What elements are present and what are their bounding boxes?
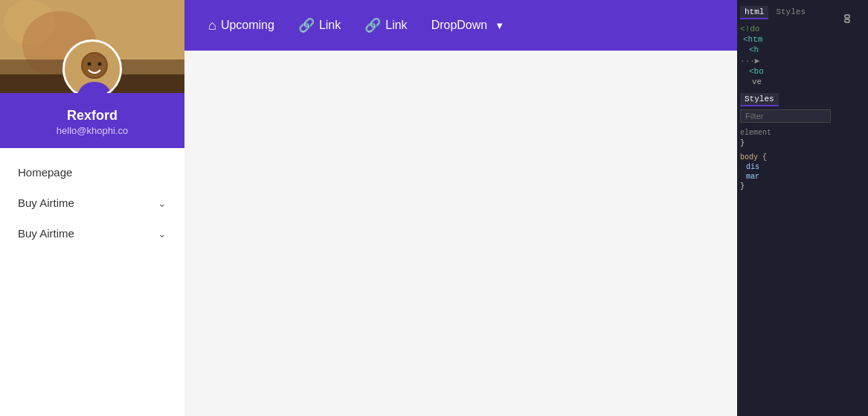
svg-rect-12 — [845, 19, 849, 22]
navbar-item-link1[interactable]: 🔗 Link — [289, 13, 350, 38]
devtools-expanded: html Styles <!do <htm <h ···▶ <bo ve Sty… — [737, 0, 834, 416]
sidebar-nav-buy-airtime-2-left: Buy Airtime — [18, 227, 74, 240]
svg-point-9 — [88, 63, 91, 66]
chain-icon-1: 🔗 — [298, 17, 315, 33]
sidebar-user-panel: Rexford hello@khophi.co — [0, 93, 184, 148]
devtools-mar-line: mar — [740, 172, 831, 182]
devtools-styles-tab[interactable]: Styles — [740, 93, 779, 106]
devtools-tab-html[interactable]: html — [740, 6, 768, 19]
devtools-tab-styles[interactable]: Styles — [771, 6, 810, 19]
navbar-upcoming-label: Upcoming — [221, 19, 274, 32]
svg-rect-11 — [845, 15, 849, 18]
sidebar-nav-buy-airtime-2[interactable]: Buy Airtime ⌄ — [0, 218, 184, 249]
devtools-tabs: html Styles — [740, 6, 831, 19]
svg-point-10 — [98, 63, 102, 66]
devtools-line-6: ve — [740, 77, 831, 87]
sidebar-nav-homepage-left: Homepage — [18, 166, 72, 179]
navbar-item-upcoming[interactable]: ⌂ Upcoming — [199, 13, 283, 38]
chevron-down-icon: ▼ — [495, 20, 504, 31]
devtools-dis-line: dis — [740, 162, 831, 172]
homepage-label: Homepage — [18, 166, 72, 179]
sidebar: Rexford hello@khophi.co Homepage Buy Air… — [0, 0, 184, 416]
devtools-icon-panel — [834, 0, 868, 416]
sidebar-nav-buy-airtime-1[interactable]: Buy Airtime ⌄ — [0, 188, 184, 218]
buy-airtime-2-label: Buy Airtime — [18, 227, 74, 240]
navbar-left: ⌂ Upcoming 🔗 Link 🔗 Link DropDown ▼ — [199, 13, 758, 38]
sidebar-nav-homepage[interactable]: Homepage — [0, 157, 184, 188]
home-icon: ⌂ — [208, 18, 216, 33]
profile-email: hello@khophi.co — [57, 125, 128, 136]
navbar-link2-label: Link — [385, 19, 407, 32]
devtools-line-2: <htm — [740, 34, 831, 45]
main-content — [369, 51, 737, 416]
chain-icon-2: 🔗 — [364, 17, 381, 33]
chevron-icon-1: ⌄ — [158, 197, 167, 209]
devtools-inspect-icon[interactable] — [839, 9, 863, 36]
sidebar-nav-buy-airtime-1-left: Buy Airtime — [18, 196, 74, 209]
devtools-line-1: <!do — [740, 24, 831, 34]
chevron-icon-2: ⌄ — [158, 228, 167, 240]
devtools-element-label: element — [740, 129, 831, 137]
devtools-line-4: ···▶ — [740, 55, 831, 66]
sidebar-bg-area — [0, 0, 184, 93]
navbar-item-dropdown[interactable]: DropDown ▼ — [422, 14, 513, 36]
devtools-line-5: <bo — [740, 66, 831, 77]
devtools-line-3: <h — [740, 45, 831, 55]
buy-airtime-1-label: Buy Airtime — [18, 196, 74, 209]
devtools-element-brace: } — [740, 138, 831, 148]
sidebar-nav: Homepage Buy Airtime ⌄ Buy Airtime ⌄ — [0, 148, 184, 416]
navbar-dropdown-label: DropDown — [431, 19, 488, 32]
profile-name: Rexford — [67, 108, 118, 124]
devtools-body-section: body { dis mar } — [740, 153, 831, 191]
svg-point-8 — [83, 54, 106, 77]
navbar-link1-label: Link — [319, 19, 341, 32]
devtools-body-rule: body { — [740, 153, 831, 162]
devtools-body-close: } — [740, 182, 831, 191]
navbar-item-link2[interactable]: 🔗 Link — [356, 13, 416, 38]
devtools-filter-input[interactable] — [740, 109, 831, 123]
